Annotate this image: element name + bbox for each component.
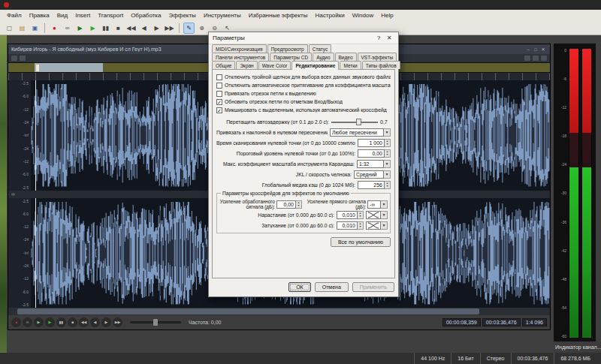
spinner-icon[interactable]: ▲▼ bbox=[358, 221, 364, 230]
dialog-tab[interactable]: Предпросмотр bbox=[267, 44, 308, 53]
fade-out-curve-dropdown[interactable]: ▼ bbox=[366, 221, 388, 230]
go-to-start-button[interactable]: ◀◀ bbox=[79, 317, 89, 327]
overview-visible-region[interactable] bbox=[35, 63, 103, 72]
record-button[interactable]: ● bbox=[11, 317, 21, 327]
dialog-tab[interactable]: MIDI/Синхронизация bbox=[212, 44, 267, 53]
new-file-icon[interactable]: ▢ bbox=[4, 23, 15, 34]
editor-zoom-button[interactable] bbox=[533, 56, 539, 61]
save-icon[interactable]: ▣ bbox=[29, 23, 41, 34]
spinner-icon[interactable]: ▲▼ bbox=[385, 149, 391, 158]
pause-button[interactable]: ▮▮ bbox=[56, 317, 66, 327]
menu-item[interactable]: Файл bbox=[3, 10, 26, 21]
pencil-zoom-dropdown[interactable]: 1:32 ▼ bbox=[357, 160, 391, 168]
spinner-icon[interactable]: ▲▼ bbox=[385, 139, 391, 147]
open-file-icon[interactable]: ▤ bbox=[17, 23, 28, 34]
editor-zoom-button[interactable] bbox=[524, 56, 530, 61]
checkbox[interactable] bbox=[216, 91, 222, 97]
stop-icon[interactable]: ■ bbox=[113, 23, 124, 34]
shuttle-slider[interactable] bbox=[130, 321, 181, 323]
autoseek-slider-thumb[interactable] bbox=[356, 119, 361, 125]
cancel-button[interactable]: Отмена bbox=[315, 282, 349, 292]
record-icon[interactable]: ● bbox=[49, 23, 60, 34]
go-start-icon[interactable]: ◀◀ bbox=[125, 23, 137, 34]
toolbar-icon[interactable] bbox=[44, 23, 45, 33]
wet-gain-input[interactable]: 0,00 ▲▼ bbox=[276, 200, 302, 209]
dialog-tab[interactable]: Типы файлов bbox=[362, 61, 400, 69]
dialog-help-button[interactable]: ? bbox=[373, 35, 384, 41]
zoom-in-icon[interactable]: ⊕ bbox=[196, 23, 207, 34]
editor-tool-button[interactable] bbox=[20, 56, 26, 61]
dialog-tab[interactable]: Панели инструментов bbox=[212, 53, 269, 61]
fade-in-time-input[interactable]: 0,010 ▲▼ bbox=[337, 211, 364, 219]
menu-item[interactable]: Help bbox=[377, 10, 397, 21]
play-icon[interactable]: ▶ bbox=[87, 23, 98, 34]
menu-item[interactable]: Transport bbox=[94, 10, 127, 21]
editor-close-button[interactable]: ✕ bbox=[539, 47, 547, 52]
menu-item[interactable]: Эффекты bbox=[165, 10, 200, 21]
menu-item[interactable]: Избранные эффекты bbox=[245, 10, 312, 21]
chevron-down-icon[interactable]: ▼ bbox=[384, 128, 391, 137]
scrollbar-thumb[interactable] bbox=[17, 308, 479, 314]
rewind-icon[interactable]: ◀ bbox=[138, 23, 149, 34]
spinner-icon[interactable]: ▲▼ bbox=[296, 200, 302, 209]
menu-item[interactable]: Правка bbox=[26, 10, 53, 21]
dialog-tab[interactable]: Экран bbox=[236, 61, 257, 69]
dialog-tab[interactable]: Редактирование bbox=[291, 61, 339, 70]
checkbox-row[interactable]: ✓ Обновить отрезок петли по отметкам Вхо… bbox=[216, 98, 391, 106]
fade-in-curve-dropdown[interactable]: ▼ bbox=[366, 211, 388, 219]
dry-gain-dropdown[interactable]: -∞ ▼ bbox=[367, 200, 388, 209]
shuttle-slider-thumb[interactable] bbox=[153, 319, 158, 326]
snap-zero-dropdown[interactable]: Любое пересечени ▼ bbox=[330, 128, 391, 137]
app-titlebar[interactable] bbox=[0, 0, 601, 10]
dialog-tab[interactable]: Аудио bbox=[313, 53, 334, 61]
chevron-down-icon[interactable]: ▼ bbox=[384, 160, 391, 168]
horizontal-scrollbar[interactable] bbox=[8, 308, 550, 315]
meter-panel-title[interactable]: Индикатор канал... bbox=[554, 341, 601, 353]
go-end-icon[interactable]: ▶▶ bbox=[164, 23, 175, 34]
checkbox-row[interactable]: Отключить тройной щелчок для выбора всех… bbox=[216, 73, 391, 81]
defaults-button[interactable]: Все по умолчанию bbox=[331, 237, 391, 247]
play-button[interactable]: ▶ bbox=[45, 317, 55, 327]
menu-item[interactable]: Вид bbox=[53, 10, 71, 21]
dialog-tab[interactable]: Общие bbox=[212, 61, 235, 69]
checkbox[interactable] bbox=[216, 83, 222, 89]
threshold-input[interactable]: 0,00 ▲▼ bbox=[358, 149, 391, 158]
media-cache-input[interactable]: 256 ▲▼ bbox=[358, 181, 391, 189]
ok-button[interactable]: ОК bbox=[288, 282, 311, 292]
dialog-tab[interactable]: Wave Color bbox=[258, 61, 291, 69]
checkbox[interactable] bbox=[216, 74, 222, 80]
pause-icon[interactable]: ▮▮ bbox=[100, 23, 111, 34]
chevron-down-icon[interactable]: ▼ bbox=[381, 211, 388, 219]
checkbox-row[interactable]: ✓ Микшировать с выделенным, используя ав… bbox=[216, 106, 391, 114]
dialog-tab[interactable]: VST-эффекты bbox=[358, 53, 397, 61]
editor-restore-button[interactable]: □ bbox=[532, 47, 539, 52]
chevron-down-icon[interactable]: ▼ bbox=[384, 170, 391, 179]
editor-minimize-button[interactable]: – bbox=[524, 47, 532, 52]
checkbox-row[interactable]: Отключить автоматическое притягивание дл… bbox=[216, 81, 391, 89]
edit-tool-icon[interactable]: ✎ bbox=[183, 23, 195, 34]
scan-time-input[interactable]: 1 000 ▲▼ bbox=[358, 139, 391, 147]
loop-icon[interactable]: ∞ bbox=[62, 23, 73, 34]
forward-button[interactable]: ▶ bbox=[101, 317, 111, 327]
editor-tool-button[interactable] bbox=[11, 56, 17, 61]
forward-icon[interactable]: ▶ bbox=[151, 23, 162, 34]
checkbox[interactable]: ✓ bbox=[216, 99, 222, 105]
menu-item[interactable]: Insert bbox=[71, 10, 94, 21]
dialog-tab[interactable]: Метки bbox=[340, 61, 361, 69]
stop-button[interactable]: ■ bbox=[68, 317, 77, 327]
menu-item[interactable]: Настройки bbox=[312, 10, 349, 21]
play-all-icon[interactable]: ▶ bbox=[74, 23, 86, 34]
jkl-speed-dropdown[interactable]: Средний ▼ bbox=[354, 170, 391, 179]
checkbox-row[interactable]: Привязать отрезок петли к выделению bbox=[216, 89, 391, 98]
play-all-button[interactable]: ▶ bbox=[34, 317, 44, 327]
menu-item[interactable]: Window bbox=[349, 10, 377, 21]
rewind-button[interactable]: ◀ bbox=[90, 317, 100, 327]
menu-item[interactable]: Обработка bbox=[127, 10, 165, 21]
spinner-icon[interactable]: ▲▼ bbox=[385, 181, 391, 189]
dialog-close-button[interactable]: ✕ bbox=[384, 35, 394, 41]
dialog-tab[interactable]: Видео bbox=[335, 53, 357, 61]
loop-playback-button[interactable]: ∞ bbox=[23, 317, 32, 327]
autoseek-slider[interactable] bbox=[331, 118, 378, 126]
dialog-tab[interactable]: Параметры CD bbox=[270, 53, 312, 61]
dialog-titlebar[interactable]: Параметры ? ✕ bbox=[209, 32, 398, 44]
